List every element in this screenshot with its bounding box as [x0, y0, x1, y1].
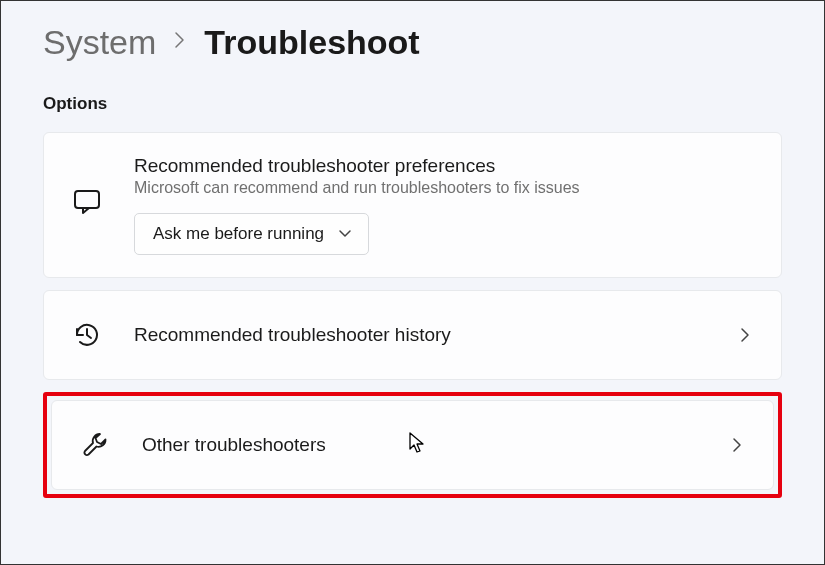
- pref-subtitle: Microsoft can recommend and run troubles…: [134, 179, 755, 197]
- feedback-icon: [70, 185, 104, 219]
- wrench-icon: [78, 428, 112, 462]
- history-title: Recommended troubleshooter history: [134, 324, 735, 346]
- chevron-right-icon: [727, 435, 747, 455]
- pref-dropdown-value: Ask me before running: [153, 224, 324, 244]
- chevron-down-icon: [338, 227, 352, 241]
- svg-rect-0: [75, 191, 99, 208]
- breadcrumb-parent[interactable]: System: [43, 23, 156, 62]
- breadcrumb-current: Troubleshoot: [204, 23, 419, 62]
- card-other-troubleshooters[interactable]: Other troubleshooters: [51, 400, 774, 490]
- chevron-right-icon: [735, 325, 755, 345]
- other-title: Other troubleshooters: [142, 434, 727, 456]
- pref-title: Recommended troubleshooter preferences: [134, 155, 755, 177]
- highlight-annotation: Other troubleshooters: [43, 392, 782, 498]
- chevron-right-icon: [174, 31, 186, 54]
- history-icon: [70, 318, 104, 352]
- card-troubleshooter-history[interactable]: Recommended troubleshooter history: [43, 290, 782, 380]
- card-troubleshooter-preferences: Recommended troubleshooter preferences M…: [43, 132, 782, 278]
- pref-dropdown[interactable]: Ask me before running: [134, 213, 369, 255]
- breadcrumb: System Troubleshoot: [43, 23, 782, 62]
- section-label: Options: [43, 94, 782, 114]
